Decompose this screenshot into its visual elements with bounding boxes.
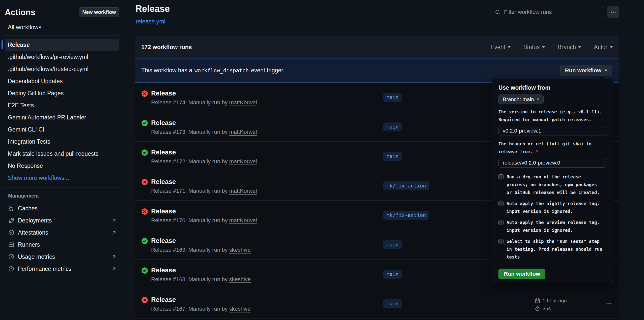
sidebar-workflow-item[interactable]: Mark stale issues and pull requests [5, 148, 119, 160]
run-title-link[interactable]: Release [151, 266, 176, 274]
workflow-options-button[interactable] [607, 6, 619, 18]
sidebar-workflow-item[interactable]: Gemini Automated PR Labeler [5, 111, 119, 123]
sidebar-workflow-item[interactable]: .github/workflows/trusted-ci.yml [5, 63, 119, 75]
checkbox[interactable] [498, 239, 503, 244]
management-item[interactable]: Attestations [5, 227, 124, 239]
actor-link[interactable]: skeshive [229, 247, 251, 253]
run-title-link[interactable]: Release [151, 89, 176, 97]
run-description-text: Release #169: Manually run by [151, 247, 228, 253]
branch-chip[interactable]: main [383, 122, 402, 131]
sidebar-title: Actions [5, 8, 35, 17]
status-icon [141, 149, 148, 156]
sidebar-workflow-item[interactable]: Gemini CLI CI [5, 123, 119, 136]
branch-chip[interactable]: main [383, 240, 402, 249]
management-item[interactable]: Usage metrics [5, 251, 124, 263]
ref-input[interactable] [498, 158, 607, 168]
run-title-link[interactable]: Release [151, 296, 176, 304]
chevron-down-icon [604, 70, 607, 71]
filter-runs-input[interactable] [503, 9, 600, 16]
chevron-down-icon [542, 46, 545, 48]
management-item-label: Usage metrics [18, 253, 55, 260]
filter-dropdown[interactable]: Actor [594, 44, 613, 51]
actor-link[interactable]: skeshive [229, 276, 251, 282]
x-circle-fill-icon [141, 90, 148, 97]
management-item[interactable]: Caches [5, 202, 124, 214]
workflow-file-link[interactable]: release.yml [136, 18, 165, 25]
actor-link[interactable]: mattKorwel [229, 188, 257, 194]
sidebar-workflow-label: .github/workflows/pr-review.yml [8, 54, 88, 60]
run-workflow-submit-button[interactable]: Run workflow [498, 269, 545, 279]
x-circle-fill-icon [141, 208, 148, 215]
management-item-icon [8, 217, 15, 224]
status-icon [141, 208, 148, 215]
popup-checkbox-row: Auto apply the nightly release tag, inpu… [498, 200, 606, 215]
server-icon [8, 241, 15, 248]
branch-chip[interactable]: main [383, 270, 402, 279]
management-item[interactable]: Runners [5, 239, 124, 251]
popup-caret [596, 76, 607, 79]
checkbox[interactable] [498, 201, 503, 206]
branch-chip[interactable]: main [383, 299, 402, 308]
management-item[interactable]: Performance metrics [5, 263, 124, 275]
management-item-icon [8, 241, 15, 248]
external-link-arrow-icon [111, 230, 117, 236]
run-description: Release #170: Manually run by mattKorwel [151, 217, 257, 224]
branch-chip[interactable]: main [383, 152, 402, 161]
sidebar-workflow-label: .github/workflows/trusted-ci.yml [8, 66, 89, 73]
run-title-link[interactable]: Release [151, 237, 176, 245]
management-item-label: Caches [18, 205, 38, 212]
sidebar-workflow-item[interactable]: .github/workflows/pr-review.yml [5, 51, 119, 63]
actor-link[interactable]: mattKorwel [229, 217, 257, 223]
sidebar-workflow-item[interactable]: Deploy GitHub Pages [5, 87, 119, 99]
sidebar-workflow-item[interactable]: Show more workflows... [5, 172, 119, 184]
run-description: Release #171: Manually run by mattKorwel [151, 188, 257, 194]
chevron-down-icon [610, 46, 613, 48]
filter-dropdown[interactable]: Status [523, 44, 545, 51]
filter-dropdown[interactable]: Event [490, 44, 511, 51]
page-title: Release [135, 4, 170, 14]
run-description-text: Release #171: Manually run by [151, 188, 228, 194]
x-circle-fill-icon [141, 179, 148, 185]
run-title-link[interactable]: Release [151, 148, 176, 156]
stopwatch-icon [535, 306, 540, 311]
branch-chip[interactable]: mk/fix-action [383, 211, 429, 220]
sidebar-workflow-item[interactable]: No Response [5, 160, 119, 172]
run-options-button[interactable] [603, 298, 615, 309]
filter-dropdown[interactable]: Branch [557, 44, 581, 51]
run-title-link[interactable]: Release [151, 207, 176, 215]
sidebar-workflow-item[interactable]: Dependabot Updates [5, 75, 119, 87]
checkbox[interactable] [498, 174, 503, 179]
branch-chip[interactable]: mk/fix-action [383, 181, 429, 190]
filter-runs-searchbox[interactable] [491, 6, 604, 18]
version-input[interactable] [498, 126, 607, 136]
chevron-down-icon [537, 99, 539, 100]
sidebar-workflow-item[interactable]: E2E Tests [5, 99, 119, 111]
management-item[interactable]: Deployments [5, 214, 124, 227]
actor-link[interactable]: mattKorwel [229, 129, 257, 135]
branch-selector-button[interactable]: Branch: main [498, 94, 544, 104]
run-workflow-popup: Use workflow from Branch: main The versi… [492, 79, 613, 283]
checkbox[interactable] [498, 220, 503, 225]
run-description-text: Release #172: Manually run by [151, 158, 228, 165]
sidebar-workflow-label: Integration Tests [8, 138, 50, 145]
actor-link[interactable]: skeshive [229, 306, 251, 312]
run-title-link[interactable]: Release [151, 178, 176, 186]
actor-link[interactable]: mattKorwel [229, 158, 257, 165]
management-heading: Management [8, 193, 126, 199]
run-workflow-dropdown-button[interactable]: Run workflow [560, 65, 612, 76]
sidebar-workflow-item[interactable]: Release [5, 39, 119, 51]
popup-checkbox-row: Auto apply the preview release tag, inpu… [498, 219, 606, 234]
sidebar-item-all-workflows[interactable]: All workflows [5, 21, 119, 33]
popup-checkbox-list: Run a dry-run of the release process; no… [498, 173, 606, 261]
runs-filters: Event Status Branch Actor [490, 44, 613, 51]
popup-checkbox-row: Run a dry-run of the release process; no… [498, 173, 606, 197]
sidebar-workflow-label: Gemini Automated PR Labeler [8, 114, 86, 121]
run-title-link[interactable]: Release [151, 119, 176, 127]
sidebar-workflow-item[interactable]: Integration Tests [5, 136, 119, 148]
new-workflow-button[interactable]: New workflow [79, 7, 119, 17]
actor-link[interactable]: mattKorwel [229, 99, 257, 106]
external-link-arrow-icon [111, 217, 117, 223]
banner-text-after: event trigger. [251, 67, 285, 74]
run-description: Release #167: Manually run by skeshive [151, 306, 251, 312]
branch-chip[interactable]: main [383, 93, 402, 102]
